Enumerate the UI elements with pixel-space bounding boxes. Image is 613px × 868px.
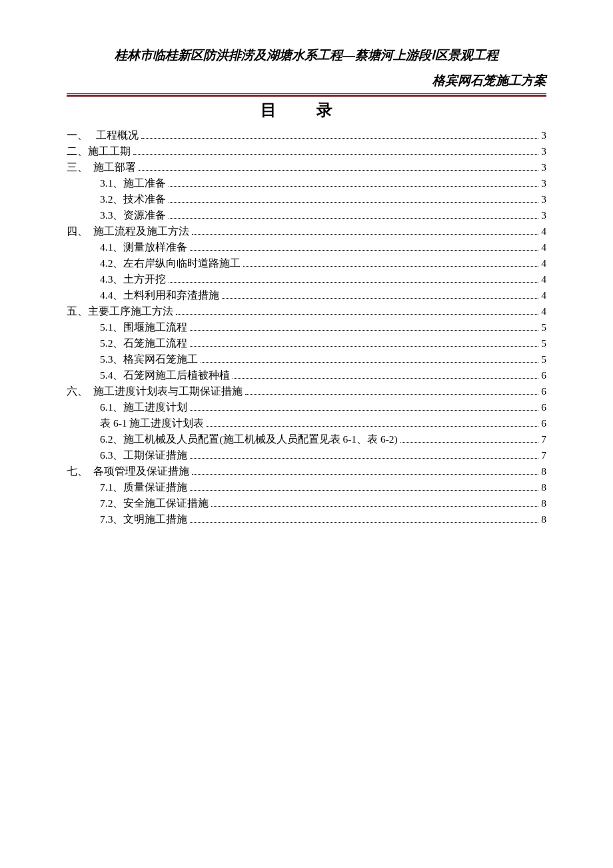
toc-entry: 5.4、石笼网施工后植被种植6	[67, 367, 546, 383]
toc-list: 一、 工程概况3二、施工工期3三、 施工部署33.1、施工准备33.2、技术准备…	[67, 127, 546, 527]
toc-entry-page: 4	[541, 303, 546, 319]
toc-leader-dots	[190, 346, 538, 347]
toc-leader-dots	[133, 154, 538, 155]
toc-leader-dots	[192, 234, 539, 235]
toc-entry-label: 4.3、土方开挖	[100, 271, 166, 287]
toc-leader-dots	[192, 474, 539, 475]
toc-leader-dots	[139, 170, 539, 171]
toc-entry: 7.3、文明施工措施8	[67, 511, 546, 527]
toc-entry: 5.3、格宾网石笼施工5	[67, 351, 546, 367]
toc-entry-page: 6	[541, 399, 546, 415]
toc-entry-page: 4	[541, 255, 546, 271]
toc-entry: 二、施工工期3	[67, 143, 546, 159]
toc-entry: 4.4、土料利用和弃渣措施4	[67, 287, 546, 303]
toc-entry-label: 五、主要工序施工方法	[67, 303, 173, 319]
toc-leader-dots	[169, 186, 538, 187]
toc-entry-label: 二、施工工期	[67, 143, 131, 159]
toc-leader-dots	[190, 330, 538, 331]
toc-entry-page: 7	[541, 431, 546, 447]
toc-entry: 4.3、土方开挖4	[67, 271, 546, 287]
toc-leader-dots	[245, 394, 539, 395]
toc-leader-dots	[169, 218, 538, 219]
toc-entry-label: 表 6-1 施工进度计划表	[100, 415, 204, 431]
toc-entry: 五、主要工序施工方法4	[67, 303, 546, 319]
toc-leader-dots	[243, 266, 538, 267]
toc-entry-page: 5	[541, 351, 546, 367]
toc-entry-label: 5.2、石笼施工流程	[100, 335, 187, 351]
toc-leader-dots	[190, 410, 538, 411]
toc-entry: 5.2、石笼施工流程5	[67, 335, 546, 351]
toc-entry: 一、 工程概况3	[67, 127, 546, 143]
toc-entry-page: 6	[541, 415, 546, 431]
toc-entry: 六、 施工进度计划表与工期保证措施6	[67, 383, 546, 399]
toc-entry-page: 8	[541, 511, 546, 527]
toc-entry-label: 6.1、施工进度计划	[100, 399, 187, 415]
toc-leader-dots	[190, 522, 538, 523]
toc-entry-label: 六、 施工进度计划表与工期保证措施	[67, 383, 243, 399]
toc-entry-page: 4	[541, 223, 546, 239]
toc-leader-dots	[201, 362, 538, 363]
toc-entry: 6.1、施工进度计划6	[67, 399, 546, 415]
toc-entry-page: 3	[541, 175, 546, 191]
toc-entry-label: 6.2、施工机械及人员配置(施工机械及人员配置见表 6-1、表 6-2)	[100, 431, 398, 447]
toc-leader-dots	[190, 458, 538, 459]
toc-entry: 四、 施工流程及施工方法4	[67, 223, 546, 239]
toc-entry: 7.1、质量保证措施8	[67, 479, 546, 495]
toc-entry-label: 5.1、围堰施工流程	[100, 319, 187, 335]
toc-entry-label: 7.2、安全施工保证措施	[100, 495, 209, 511]
toc-entry-label: 7.3、文明施工措施	[100, 511, 187, 527]
toc-entry-label: 3.2、技术准备	[100, 191, 166, 207]
toc-entry-label: 3.1、施工准备	[100, 175, 166, 191]
toc-entry-label: 四、 施工流程及施工方法	[67, 223, 189, 239]
toc-entry-label: 4.2、左右岸纵向临时道路施工	[100, 255, 241, 271]
toc-entry-page: 5	[541, 335, 546, 351]
toc-entry-label: 七、 各项管理及保证措施	[67, 463, 189, 479]
toc-entry: 6.2、施工机械及人员配置(施工机械及人员配置见表 6-1、表 6-2)7	[67, 431, 546, 447]
toc-entry-page: 5	[541, 319, 546, 335]
toc-leader-dots	[211, 506, 538, 507]
toc-entry-label: 7.1、质量保证措施	[100, 479, 187, 495]
toc-entry-page: 6	[541, 383, 546, 399]
toc-entry-page: 4	[541, 271, 546, 287]
toc-entry: 3.1、施工准备3	[67, 175, 546, 191]
toc-entry: 3.2、技术准备3	[67, 191, 546, 207]
toc-entry-page: 3	[541, 143, 546, 159]
toc-entry: 4.1、测量放样准备4	[67, 239, 546, 255]
toc-entry: 5.1、围堰施工流程5	[67, 319, 546, 335]
toc-entry: 七、 各项管理及保证措施8	[67, 463, 546, 479]
toc-leader-dots	[207, 426, 538, 427]
toc-entry: 6.3、工期保证措施7	[67, 447, 546, 463]
toc-entry-page: 7	[541, 447, 546, 463]
toc-leader-dots	[169, 202, 538, 203]
toc-entry-page: 4	[541, 287, 546, 303]
toc-leader-dots	[141, 138, 539, 139]
toc-entry: 三、 施工部署3	[67, 159, 546, 175]
toc-entry: 表 6-1 施工进度计划表6	[67, 415, 546, 431]
header-divider	[67, 93, 546, 97]
toc-leader-dots	[190, 490, 538, 491]
toc-entry-label: 三、 施工部署	[67, 159, 136, 175]
toc-leader-dots	[233, 378, 538, 379]
toc-entry-page: 8	[541, 495, 546, 511]
toc-entry-label: 5.3、格宾网石笼施工	[100, 351, 198, 367]
document-header-subtitle: 格宾网石笼施工方案	[67, 72, 546, 89]
toc-entry: 3.3、资源准备3	[67, 207, 546, 223]
toc-entry-label: 5.4、石笼网施工后植被种植	[100, 367, 230, 383]
toc-entry-label: 4.1、测量放样准备	[100, 239, 187, 255]
toc-entry-label: 6.3、工期保证措施	[100, 447, 187, 463]
toc-entry-page: 3	[541, 159, 546, 175]
toc-entry-page: 6	[541, 367, 546, 383]
toc-entry: 4.2、左右岸纵向临时道路施工4	[67, 255, 546, 271]
toc-title: 目录	[87, 99, 546, 121]
toc-leader-dots	[222, 298, 538, 299]
document-header-title: 桂林市临桂新区防洪排涝及湖塘水系工程—蔡塘河上游段Ⅰ区景观工程	[67, 47, 546, 64]
toc-entry-label: 3.3、资源准备	[100, 207, 166, 223]
toc-entry-page: 8	[541, 479, 546, 495]
toc-entry-page: 3	[541, 191, 546, 207]
toc-entry-label: 4.4、土料利用和弃渣措施	[100, 287, 219, 303]
toc-entry-page: 3	[541, 127, 546, 143]
toc-leader-dots	[176, 314, 538, 315]
toc-entry-page: 4	[541, 239, 546, 255]
toc-entry-label: 一、 工程概况	[67, 127, 139, 143]
toc-leader-dots	[190, 250, 538, 251]
